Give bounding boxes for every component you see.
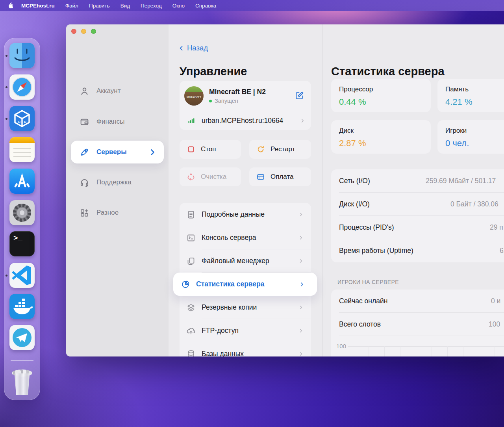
players-section-header: ИГРОКИ НА СЕРВЕРЕ (337, 279, 399, 285)
button-label: Рестарт (271, 145, 295, 153)
chart-gridlines-vertical (353, 346, 504, 356)
stat-row-online-now: Сейчас онлайн 0 и (331, 290, 504, 313)
apple-logo-icon[interactable] (7, 2, 13, 9)
dock-item-docker[interactable] (9, 294, 35, 319)
menu-item-file-manager[interactable]: Файловый менеджер (180, 249, 311, 273)
menubar-item-window[interactable]: Окно (172, 3, 185, 9)
sidebar-item-servers[interactable]: Серверы (71, 141, 164, 163)
back-button[interactable]: Назад (178, 44, 208, 52)
payment-button[interactable]: Оплата (249, 167, 311, 186)
row-value: 0 и (491, 297, 500, 305)
players-chart: 100 (331, 336, 504, 356)
files-icon (186, 256, 196, 266)
dock-item-safari[interactable] (9, 74, 35, 100)
menu-item-databases[interactable]: Базы данных (180, 342, 311, 356)
edit-pencil-icon (295, 90, 305, 100)
stat-row-uptime: Время работы (Uptime) 62 (331, 239, 504, 262)
window-controls (71, 29, 96, 34)
menu-item-label: Резервные копии (202, 303, 257, 312)
layers-icon (186, 303, 196, 312)
row-value: 29 п (490, 223, 503, 232)
stat-card-players: Игроки 0 чел. (437, 120, 504, 154)
menubar-item-file[interactable]: Файл (65, 3, 78, 9)
server-address: urban.MCPEhost.ru:10664 (202, 117, 283, 125)
close-button[interactable] (71, 29, 76, 34)
minimize-button[interactable] (81, 29, 86, 34)
zoom-button[interactable] (91, 29, 96, 34)
wallet-icon (80, 117, 89, 127)
running-indicator (6, 55, 7, 57)
menu-item-statistics[interactable]: Статистика сервера (173, 273, 317, 296)
dock-item-finder[interactable] (9, 43, 35, 68)
menu-item-console[interactable]: Консоль сервера (180, 226, 311, 249)
document-icon (186, 210, 196, 219)
server-menu: Подробные данные Консоль сервера Файловы… (180, 203, 311, 356)
io-stats-card: Сеть (I/O) 259.69 Мбайт / 501.17 Диск (I… (331, 169, 504, 262)
stat-value: 4.21 % (445, 97, 504, 107)
menubar-item-view[interactable]: Вид (120, 3, 130, 9)
row-value: 259.69 Мбайт / 501.17 (426, 177, 496, 185)
dock-item-mcpehost-app[interactable]: Н Н (9, 106, 35, 131)
svg-text:Н: Н (24, 121, 26, 124)
dock-item-system-settings[interactable] (9, 200, 35, 225)
row-value: 0 Байт / 380.06 (450, 200, 498, 208)
menubar-item-go[interactable]: Переход (141, 3, 162, 9)
dock-item-telegram[interactable] (9, 325, 35, 350)
sidebar-item-finance[interactable]: Финансы (71, 110, 164, 133)
menubar-item-edit[interactable]: Править (89, 3, 110, 9)
cube-app-icon: Н Н (9, 106, 35, 131)
signal-bars-icon (187, 117, 195, 124)
chevron-right-icon (148, 147, 158, 157)
edit-server-button[interactable] (295, 90, 305, 102)
dock-item-terminal[interactable]: >_ (9, 231, 35, 256)
chevron-right-icon (298, 212, 304, 217)
menu-item-details[interactable]: Подробные данные (180, 203, 311, 226)
sidebar-item-account[interactable]: Аккаунт (71, 80, 164, 102)
dock-item-vscode[interactable] (9, 263, 35, 288)
chart-y-axis-label: 100 (336, 343, 346, 349)
trash-bin-icon (14, 373, 30, 395)
dock-item-trash[interactable] (9, 369, 35, 397)
row-label: Время работы (Uptime) (339, 247, 413, 255)
notes-icon (9, 137, 35, 162)
chevron-right-icon (298, 351, 304, 356)
players-card: Сейчас онлайн 0 и Всего слотов 100 100 (331, 290, 504, 356)
stop-button[interactable]: Стоп (180, 140, 241, 159)
menu-item-label: Подробные данные (202, 210, 265, 219)
dock-item-notes[interactable] (9, 137, 35, 162)
telegram-icon (9, 325, 35, 350)
restart-button[interactable]: Рестарт (249, 140, 311, 159)
server-status: Запущен (209, 98, 266, 104)
menu-item-ftp[interactable]: FTP-доступ (180, 319, 311, 342)
status-dot-icon (209, 100, 212, 102)
restart-icon (256, 145, 265, 154)
menubar-app-name[interactable]: MCPEhost.ru (21, 3, 55, 9)
chevron-right-icon (298, 328, 304, 334)
chevron-right-icon (298, 235, 304, 241)
statistics-panel: Статистика сервера Процессор 0.44 % Памя… (322, 24, 504, 356)
rocket-icon (80, 147, 89, 157)
chevron-right-icon (298, 258, 304, 264)
sidebar-item-support[interactable]: Поддержка (71, 171, 164, 194)
sidebar-item-misc[interactable]: Разное (71, 201, 164, 224)
terminal-icon: >_ (9, 231, 35, 256)
row-label: Всего слотов (339, 320, 381, 329)
stat-value: 2.87 % (339, 138, 431, 149)
menubar-item-help[interactable]: Справка (195, 3, 216, 9)
dock-item-app-store[interactable] (9, 169, 35, 194)
stat-value: 0 чел. (445, 138, 504, 149)
menu-item-label: Базы данных (202, 350, 244, 356)
server-address-row[interactable]: urban.MCPEhost.ru:10664 (180, 111, 311, 130)
sidebar: Аккаунт Финансы Серверы Поддержка (66, 24, 169, 356)
stat-label: Память (445, 85, 504, 93)
stat-row-network-io: Сеть (I/O) 259.69 Мбайт / 501.17 (331, 169, 504, 193)
chevron-right-icon (300, 118, 306, 124)
button-label: Очистка (201, 173, 226, 181)
app-window: Аккаунт Финансы Серверы Поддержка (66, 24, 504, 356)
stat-label: Процессор (339, 85, 431, 93)
menu-bar: MCPEhost.ru Файл Править Вид Переход Окн… (0, 0, 504, 11)
credit-card-icon (256, 173, 265, 181)
cleanup-button[interactable]: Очистка (180, 167, 241, 186)
menu-item-backups[interactable]: Резервные копии (180, 296, 311, 319)
stat-card-disk: Диск 2.87 % (331, 120, 431, 154)
